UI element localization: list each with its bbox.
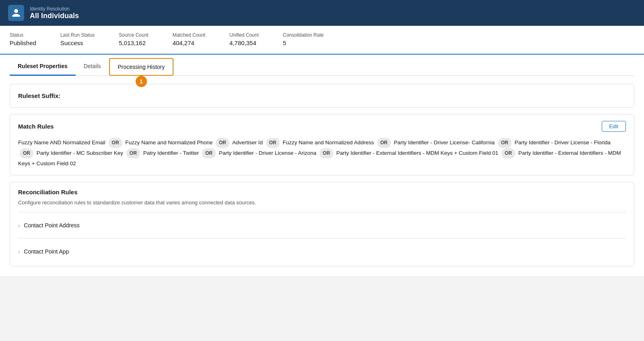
reconciliation-divider-1: [18, 212, 626, 212]
stat-unified-count-value: 4,780,354: [229, 40, 259, 46]
stat-source-count-value: 5,013,162: [119, 40, 148, 46]
reconciliation-contact-point-address[interactable]: › Contact Point Address: [18, 217, 626, 233]
contact-point-address-label: Contact Point Address: [24, 222, 80, 229]
contact-point-app-label: Contact Point App: [24, 248, 69, 255]
stat-consolidation-rate-value: 5: [283, 40, 324, 46]
or-badge-3: OR: [266, 138, 280, 148]
stat-status-value: Published: [10, 40, 36, 46]
or-badge-1: OR: [109, 138, 122, 148]
tab-ruleset-properties[interactable]: Ruleset Properties: [10, 58, 76, 76]
stat-last-run-label: Last Run Status: [60, 32, 95, 38]
rule-party-mc-subscriber: Party Identifier - MC Subscriber Key: [37, 150, 123, 156]
stat-last-run-value: Success: [60, 40, 95, 46]
tab-bar: Ruleset Properties Details Processing Hi…: [10, 55, 634, 76]
or-badge-10: OR: [502, 148, 515, 158]
reconciliation-rules-section: Reconciliation Rules Configure reconcili…: [10, 182, 634, 266]
edit-match-rules-button[interactable]: Edit: [602, 121, 626, 132]
header-text: Identity Resolution All Individuals: [30, 6, 79, 20]
reconciliation-rules-title: Reconciliation Rules: [18, 189, 626, 195]
match-rules-section: Match Rules Edit Fuzzy Name AND Normaliz…: [10, 114, 634, 175]
app-header: Identity Resolution All Individuals: [0, 0, 644, 26]
match-rules-content: Fuzzy Name AND Normalized Email OR Fuzzy…: [18, 137, 626, 168]
stat-matched-count: Matched Count 404,274: [173, 32, 205, 46]
rule-fuzzy-name-email: Fuzzy Name AND Normalized Email: [18, 139, 105, 146]
main-content: Ruleset Properties Details Processing Hi…: [0, 55, 644, 276]
stat-consolidation-rate: Consolidation Rate 5: [283, 32, 324, 46]
stat-source-count-label: Source Count: [119, 32, 148, 38]
or-badge-9: OR: [320, 148, 333, 158]
tab-details[interactable]: Details: [76, 58, 109, 76]
header-subtitle: Identity Resolution: [30, 6, 79, 12]
stat-matched-count-value: 404,274: [173, 40, 205, 46]
stat-matched-count-label: Matched Count: [173, 32, 205, 38]
or-badge-6: OR: [20, 148, 33, 158]
reconciliation-contact-point-app[interactable]: › Contact Point App: [18, 243, 626, 260]
header-title: All Individuals: [30, 12, 79, 20]
ruleset-suffix-label: Ruleset Suffix:: [18, 92, 60, 99]
processing-history-badge: 1: [136, 76, 147, 87]
stat-unified-count-label: Unified Count: [229, 32, 259, 38]
or-badge-8: OR: [202, 148, 216, 158]
rule-fuzzy-name-phone: Fuzzy Name and Normalized Phone: [125, 139, 213, 146]
stat-status-label: Status: [10, 32, 36, 38]
chevron-right-icon-address: ›: [18, 222, 20, 229]
app-logo: [8, 5, 24, 21]
rule-party-mdm-custom-01: Party Identifier - External Identifiers …: [336, 150, 499, 156]
rule-party-twitter: Patry Identifier - Twitter: [143, 150, 199, 156]
stat-source-count: Source Count 5,013,162: [119, 32, 148, 46]
match-rules-header: Match Rules Edit: [18, 121, 626, 132]
reconciliation-rules-description: Configure reconciliation rules to standa…: [18, 200, 626, 206]
rule-advertiser-id: Advertiser Id: [232, 139, 263, 146]
or-badge-5: OR: [498, 138, 512, 148]
or-badge-2: OR: [216, 138, 229, 148]
stat-unified-count: Unified Count 4,780,354: [229, 32, 259, 46]
rule-party-driver-az: Party Identifier - Driver License - Ariz…: [219, 150, 316, 156]
chevron-right-icon-app: ›: [18, 249, 20, 255]
stats-bar: Status Published Last Run Status Success…: [0, 26, 644, 55]
match-rules-title: Match Rules: [18, 123, 54, 130]
stat-status: Status Published: [10, 32, 36, 46]
stat-last-run: Last Run Status Success: [60, 32, 95, 46]
or-badge-7: OR: [126, 148, 140, 158]
rule-fuzzy-name-address: Fuzzy Name and Normalized Address: [283, 139, 374, 146]
tab-processing-history[interactable]: Processing History 1: [109, 58, 174, 76]
ruleset-suffix-section: Ruleset Suffix:: [10, 84, 634, 108]
rule-party-driver-fl: Party Identifier - Driver License - Flor…: [515, 139, 611, 146]
stat-consolidation-rate-label: Consolidation Rate: [283, 32, 324, 38]
rule-party-driver-ca: Party Identifier - Driver License- Calif…: [394, 139, 495, 146]
or-badge-4: OR: [377, 138, 391, 148]
reconciliation-divider-2: [18, 238, 626, 239]
